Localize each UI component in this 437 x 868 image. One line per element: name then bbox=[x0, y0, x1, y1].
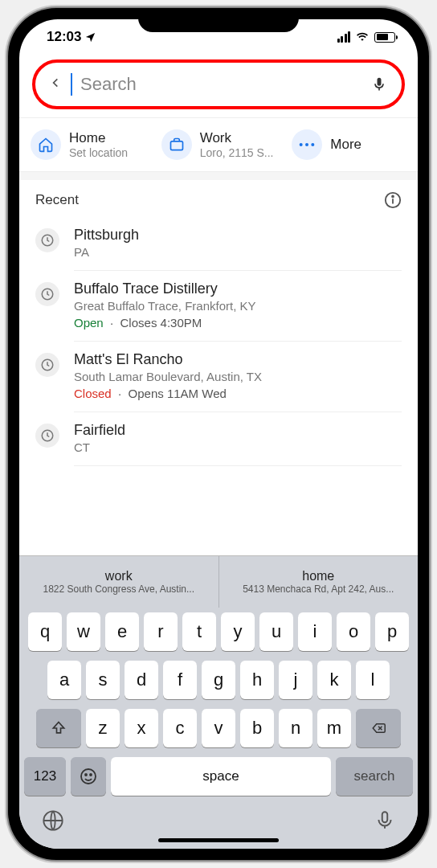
svg-point-1 bbox=[300, 143, 303, 146]
key-t[interactable]: t bbox=[182, 612, 216, 651]
globe-icon[interactable] bbox=[42, 809, 64, 832]
key-o[interactable]: o bbox=[337, 612, 370, 651]
key-y[interactable]: y bbox=[221, 612, 255, 651]
key-backspace[interactable] bbox=[356, 709, 401, 747]
more-icon bbox=[298, 142, 316, 147]
shortcut-home[interactable]: Home Set location bbox=[22, 126, 153, 163]
recent-item[interactable]: Buffalo Trace Distillery Great Buffalo T… bbox=[19, 271, 418, 342]
clock-icon bbox=[35, 353, 59, 377]
shift-icon bbox=[51, 720, 67, 736]
suggestion-title: home bbox=[302, 569, 334, 583]
keyboard-suggestion[interactable]: work 1822 South Congress Ave, Austin... bbox=[19, 556, 219, 608]
key-e[interactable]: e bbox=[105, 612, 139, 651]
key-b[interactable]: b bbox=[240, 709, 274, 747]
keyboard: work 1822 South Congress Ave, Austin...h… bbox=[19, 555, 418, 849]
back-icon[interactable] bbox=[50, 72, 61, 97]
key-a[interactable]: a bbox=[47, 661, 81, 699]
key-search[interactable]: search bbox=[336, 757, 413, 796]
status-time: 12:03 bbox=[47, 29, 81, 45]
key-n[interactable]: n bbox=[279, 709, 312, 747]
key-z[interactable]: z bbox=[86, 709, 120, 747]
key-i[interactable]: i bbox=[298, 612, 332, 651]
location-icon bbox=[84, 31, 96, 43]
key-123[interactable]: 123 bbox=[24, 757, 66, 796]
key-d[interactable]: d bbox=[125, 661, 158, 699]
key-emoji[interactable] bbox=[71, 757, 106, 796]
search-input[interactable] bbox=[80, 74, 361, 95]
item-title: Pittsburgh bbox=[74, 227, 402, 244]
signal-icon bbox=[337, 31, 351, 43]
key-shift[interactable] bbox=[36, 709, 81, 747]
svg-point-6 bbox=[392, 196, 394, 198]
recent-header: Recent bbox=[19, 180, 418, 217]
key-r[interactable]: r bbox=[144, 612, 178, 651]
svg-point-2 bbox=[305, 143, 308, 146]
clock-icon bbox=[35, 228, 59, 252]
keyboard-suggestion[interactable]: home 5413 Menchaca Rd, Apt 242, Aus... bbox=[219, 556, 419, 608]
key-c[interactable]: c bbox=[163, 709, 197, 747]
shortcut-work[interactable]: Work Loro, 2115 S... bbox=[153, 126, 284, 163]
clock-icon bbox=[35, 282, 59, 306]
key-q[interactable]: q bbox=[28, 612, 62, 651]
key-space[interactable]: space bbox=[111, 757, 331, 796]
item-sub: South Lamar Boulevard, Austin, TX bbox=[74, 370, 402, 383]
clock-icon bbox=[35, 424, 59, 448]
key-g[interactable]: g bbox=[202, 661, 235, 699]
section-spacer bbox=[19, 172, 418, 180]
shortcut-work-sub: Loro, 2115 S... bbox=[200, 146, 274, 159]
key-l[interactable]: l bbox=[356, 661, 390, 699]
home-indicator[interactable] bbox=[158, 838, 279, 842]
suggestion-title: work bbox=[105, 569, 133, 583]
recent-item[interactable]: Pittsburgh PA bbox=[19, 217, 418, 271]
item-title: Matt's El Rancho bbox=[74, 351, 402, 368]
key-f[interactable]: f bbox=[163, 661, 197, 699]
screen: 12:03 Home Set locatio bbox=[19, 19, 418, 849]
key-p[interactable]: p bbox=[375, 612, 409, 651]
key-x[interactable]: x bbox=[125, 709, 158, 747]
recent-title: Recent bbox=[35, 192, 79, 208]
phone-frame: 12:03 Home Set locatio bbox=[8, 8, 429, 860]
recent-list: Pittsburgh PA Buffalo Trace Distillery G… bbox=[19, 217, 418, 466]
shortcut-home-title: Home bbox=[69, 130, 128, 146]
text-cursor bbox=[71, 73, 72, 96]
recent-item[interactable]: Fairfield CT bbox=[19, 412, 418, 466]
dictation-icon[interactable] bbox=[374, 809, 395, 833]
item-sub: CT bbox=[74, 440, 402, 454]
key-m[interactable]: m bbox=[317, 709, 351, 747]
svg-point-13 bbox=[90, 774, 92, 776]
svg-rect-0 bbox=[170, 141, 182, 150]
briefcase-icon bbox=[169, 137, 185, 153]
mic-icon[interactable] bbox=[371, 74, 387, 95]
shortcut-home-sub: Set location bbox=[69, 146, 128, 159]
item-status: Open · Closes 4:30PM bbox=[74, 316, 402, 330]
shortcut-work-title: Work bbox=[200, 130, 274, 146]
wifi-icon bbox=[355, 31, 370, 43]
key-s[interactable]: s bbox=[86, 661, 120, 699]
suggestion-sub: 5413 Menchaca Rd, Apt 242, Aus... bbox=[243, 583, 394, 595]
key-w[interactable]: w bbox=[67, 612, 100, 651]
svg-point-3 bbox=[312, 143, 315, 146]
info-icon[interactable] bbox=[384, 191, 402, 209]
emoji-icon bbox=[79, 767, 98, 786]
key-v[interactable]: v bbox=[202, 709, 235, 747]
home-icon bbox=[38, 137, 54, 153]
shortcut-more-title: More bbox=[330, 137, 361, 153]
item-sub: Great Buffalo Trace, Frankfort, KY bbox=[74, 299, 402, 313]
key-h[interactable]: h bbox=[240, 661, 274, 699]
key-k[interactable]: k bbox=[317, 661, 351, 699]
backspace-icon bbox=[369, 721, 388, 735]
item-status: Closed · Opens 11AM Wed bbox=[74, 387, 402, 400]
item-title: Fairfield bbox=[74, 422, 402, 439]
key-j[interactable]: j bbox=[279, 661, 312, 699]
search-bar[interactable] bbox=[32, 59, 405, 109]
suggestion-sub: 1822 South Congress Ave, Austin... bbox=[43, 583, 194, 595]
battery-icon bbox=[374, 32, 395, 43]
svg-point-11 bbox=[81, 769, 96, 784]
recent-item[interactable]: Matt's El Rancho South Lamar Boulevard, … bbox=[19, 342, 418, 412]
item-sub: PA bbox=[74, 245, 402, 259]
keyboard-suggestions: work 1822 South Congress Ave, Austin...h… bbox=[19, 556, 418, 608]
shortcuts-row: Home Set location Work Loro, 2115 S... M… bbox=[19, 117, 418, 172]
svg-point-12 bbox=[85, 774, 87, 776]
shortcut-more[interactable]: More bbox=[284, 126, 415, 163]
key-u[interactable]: u bbox=[259, 612, 293, 651]
